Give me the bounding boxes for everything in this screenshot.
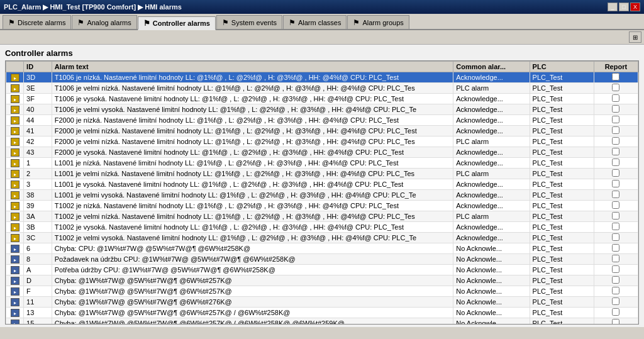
table-row[interactable]: ▸ 3C T1002 je velmi vysoká. Nastavené li… — [6, 233, 638, 243]
table-row[interactable]: ▸ 6 Chyba: CPU: @1W%t#7W@ @5W%t#7W@¶ @6W… — [6, 243, 638, 254]
close-button[interactable]: X — [630, 3, 640, 11]
alarm-type-icon: ▸ — [11, 74, 19, 82]
report-checkbox[interactable] — [612, 276, 619, 284]
report-checkbox[interactable] — [612, 319, 619, 325]
row-icon-cell: ▸ — [6, 201, 24, 211]
table-row[interactable]: ▸ 39 T1002 je nízká. Nastavené limitní h… — [6, 201, 638, 211]
row-icon-cell: ▸ — [6, 211, 24, 222]
header-common[interactable]: Common alar... — [453, 62, 530, 72]
table-row[interactable]: ▸ 3F T1006 je vysoká. Nastavené limitní … — [6, 94, 638, 104]
analog-alarms-icon: ⚑ — [77, 18, 84, 27]
alarms-table: ID Alarm text Common alar... PLC Report … — [6, 61, 638, 325]
report-checkbox[interactable] — [612, 308, 619, 316]
report-checkbox[interactable] — [612, 158, 619, 166]
row-report — [594, 190, 638, 201]
table-row[interactable]: ▸ 40 T1006 je velmi vysoká. Nastavené li… — [6, 104, 638, 115]
report-checkbox[interactable] — [612, 255, 619, 262]
header-report[interactable]: Report — [594, 62, 638, 72]
report-checkbox[interactable] — [612, 297, 619, 305]
table-row[interactable]: ▸ 3 L1001 je vysoká. Nastavené limitní h… — [6, 179, 638, 190]
table-row[interactable]: ▸ 41 F2000 je velmi nízká. Nastavené lim… — [6, 126, 638, 136]
title-bar: PLC_Alarm ▶ HMI_Test [TP900 Comfort] ▶ H… — [0, 0, 644, 14]
report-checkbox[interactable] — [612, 169, 619, 177]
row-alarm-text: F2000 je velmi nízká. Nastavené limitní … — [52, 126, 453, 136]
row-common: No Acknowle... — [453, 254, 530, 265]
row-icon-cell: ▸ — [6, 190, 24, 201]
row-plc: PLC_Test — [530, 169, 594, 179]
row-id: 42 — [24, 136, 52, 147]
report-checkbox[interactable] — [612, 201, 619, 209]
tab-system-events[interactable]: ⚑ System events — [216, 15, 282, 29]
row-plc: PLC_Test — [530, 211, 594, 222]
row-common: No Acknowle... — [453, 308, 530, 318]
report-checkbox[interactable] — [612, 84, 619, 91]
table-row[interactable]: ▸ 3B T1002 je vysoká. Nastavené limitní … — [6, 222, 638, 233]
minimize-button[interactable]: _ — [608, 3, 618, 11]
tab-controller-alarms[interactable]: ⚑ Controller alarms — [138, 16, 216, 30]
row-id: 3 — [24, 179, 52, 190]
system-events-icon: ⚑ — [222, 18, 229, 27]
report-checkbox[interactable] — [612, 244, 619, 252]
row-icon-cell: ▸ — [6, 265, 24, 275]
table-row[interactable]: ▸ 1 L1001 je nízká. Nastavené limitní ho… — [6, 158, 638, 169]
window-controls: _ □ X — [608, 3, 640, 11]
row-id: 15 — [24, 318, 52, 325]
header-icon — [6, 62, 24, 72]
row-id: 39 — [24, 201, 52, 211]
report-checkbox[interactable] — [612, 233, 619, 241]
row-report — [594, 147, 638, 158]
table-row[interactable]: ▸ 15 Chyba: @1W%t#7W@ @5W%t#7W@¶ @6W%t#2… — [6, 318, 638, 325]
table-row[interactable]: ▸ D Chyba: @1W%t#7W@ @5W%t#7W@¶ @6W%t#25… — [6, 275, 638, 286]
report-checkbox[interactable] — [612, 287, 619, 294]
row-id: 3E — [24, 83, 52, 94]
row-common: Acknowledge... — [453, 104, 530, 115]
row-report — [594, 265, 638, 275]
table-row[interactable]: ▸ 2 L1001 je velmi nízká. Nastavené limi… — [6, 169, 638, 179]
tab-alarm-groups[interactable]: ⚑ Alarm groups — [347, 15, 409, 29]
tab-analog-alarms[interactable]: ⚑ Analog alarms — [72, 15, 136, 29]
report-checkbox[interactable] — [612, 223, 619, 230]
table-row[interactable]: ▸ 3D T1006 je nízká. Nastavené limitní h… — [6, 72, 638, 83]
header-id[interactable]: ID — [24, 62, 52, 72]
row-icon-cell: ▸ — [6, 115, 24, 126]
table-row[interactable]: ▸ 42 F2000 je velmi nízká. Nastavené lim… — [6, 136, 638, 147]
report-checkbox[interactable] — [612, 116, 619, 123]
table-row[interactable]: ▸ 11 Chyba: @1W%t#7W@ @5W%t#7W@¶ @6W%t#2… — [6, 297, 638, 308]
report-checkbox[interactable] — [612, 137, 619, 145]
content-area: Controller alarms ID Alarm text Common a… — [0, 45, 644, 327]
table-row[interactable]: ▸ 44 F2000 je nízká. Nastavené limitní h… — [6, 115, 638, 126]
row-plc: PLC_Test — [530, 243, 594, 254]
table-row[interactable]: ▸ 8 Požadavek na údržbu CPU: @1W%t#7W@ @… — [6, 254, 638, 265]
report-checkbox[interactable] — [612, 73, 619, 81]
row-id: 1 — [24, 158, 52, 169]
tab-alarm-classes[interactable]: ⚑ Alarm classes — [283, 15, 347, 29]
table-row[interactable]: ▸ 13 Chyba: @1W%t#7W@ @5W%t#7W@¶ @6W%t#2… — [6, 308, 638, 318]
restore-button[interactable]: □ — [619, 3, 629, 11]
report-checkbox[interactable] — [612, 191, 619, 198]
table-row[interactable]: ▸ 3A T1002 je velmi nízká. Nastavené lim… — [6, 211, 638, 222]
report-checkbox[interactable] — [612, 212, 619, 220]
report-checkbox[interactable] — [612, 265, 619, 273]
report-checkbox[interactable] — [612, 105, 619, 113]
report-checkbox[interactable] — [612, 94, 619, 102]
row-icon-cell: ▸ — [6, 126, 24, 136]
report-checkbox[interactable] — [612, 180, 619, 187]
tab-discrete-alarms[interactable]: ⚑ Discrete alarms — [3, 15, 71, 29]
export-button[interactable]: ⊞ — [629, 31, 641, 43]
table-row[interactable]: ▸ 43 F2000 je vysoká. Nastavené limitní … — [6, 147, 638, 158]
table-row[interactable]: ▸ A Potřeba údržby CPU: @1W%t#7W@ @5W%t#… — [6, 265, 638, 275]
table-row[interactable]: ▸ 38 L1001 je velmi vysoká. Nastavené li… — [6, 190, 638, 201]
row-report — [594, 243, 638, 254]
report-checkbox[interactable] — [612, 126, 619, 134]
report-checkbox[interactable] — [612, 148, 619, 155]
header-alarm-text[interactable]: Alarm text — [52, 62, 453, 72]
alarm-type-icon: ▸ — [11, 84, 19, 92]
alarms-table-container[interactable]: ID Alarm text Common alar... PLC Report … — [5, 60, 639, 325]
row-common: Acknowledge... — [453, 158, 530, 169]
table-row[interactable]: ▸ 3E T1006 je velmi nízká. Nastavené lim… — [6, 83, 638, 94]
row-icon-cell: ▸ — [6, 72, 24, 83]
alarm-type-icon: ▸ — [11, 277, 19, 285]
header-plc[interactable]: PLC — [530, 62, 594, 72]
row-plc: PLC_Test — [530, 308, 594, 318]
table-row[interactable]: ▸ F Chyba: @1W%t#7W@ @5W%t#7W@¶ @6W%t#25… — [6, 286, 638, 297]
